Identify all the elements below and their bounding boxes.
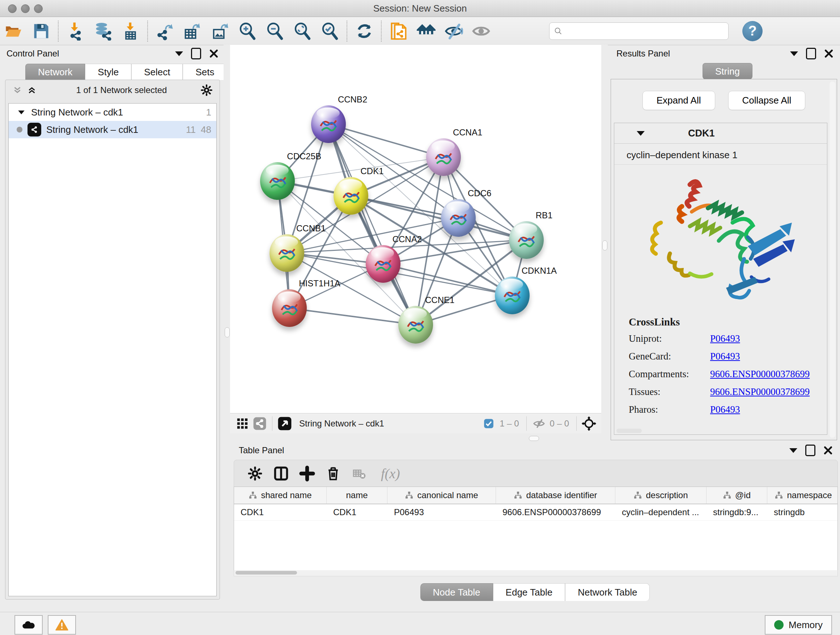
- table-horizontal-scrollbar[interactable]: [234, 570, 838, 576]
- open-button[interactable]: [0, 19, 27, 43]
- network-collection-row[interactable]: String Network – cdk1 1: [9, 103, 216, 121]
- tab-select[interactable]: Select: [131, 64, 183, 80]
- search-input[interactable]: [562, 26, 724, 36]
- collapse-all-icon[interactable]: [12, 85, 23, 96]
- tab-network[interactable]: Network: [25, 64, 85, 80]
- tab-sets[interactable]: Sets: [183, 64, 227, 80]
- table-cell[interactable]: cyclin–dependent ...: [615, 504, 706, 520]
- help-button[interactable]: ?: [742, 21, 763, 41]
- right-splitter[interactable]: [601, 45, 608, 433]
- table-cell[interactable]: CDK1: [234, 504, 327, 520]
- delete-column-button[interactable]: [320, 463, 346, 485]
- table-cell[interactable]: P06493: [387, 504, 496, 520]
- network-node-CCNE1[interactable]: [398, 306, 433, 344]
- import-table-button[interactable]: [117, 19, 144, 43]
- close-panel-icon[interactable]: [824, 49, 834, 58]
- string-document-button[interactable]: [385, 19, 412, 43]
- network-list-icon[interactable]: [251, 416, 268, 432]
- crosslink-value[interactable]: 9606.ENSP00000378699: [710, 386, 810, 397]
- column-header-canonical-name[interactable]: canonical name: [387, 487, 496, 504]
- column-header--id[interactable]: @id: [706, 487, 767, 504]
- table-cell[interactable]: stringdb: [767, 504, 838, 520]
- memory-button[interactable]: Memory: [765, 615, 832, 635]
- network-node-CCNA1[interactable]: [426, 138, 461, 176]
- crosslink-value[interactable]: P06493: [710, 333, 740, 344]
- card-expander-icon[interactable]: [637, 131, 645, 136]
- tab-style[interactable]: Style: [85, 64, 131, 80]
- search-field[interactable]: [549, 22, 729, 40]
- selected-checkbox-icon[interactable]: [480, 416, 497, 432]
- left-splitter[interactable]: [224, 45, 230, 433]
- tab-edge-table[interactable]: Edge Table: [493, 583, 565, 601]
- show-button[interactable]: [467, 19, 495, 43]
- import-network-database-button[interactable]: [89, 19, 117, 43]
- table-cell[interactable]: 9606.ENSP00000378699: [496, 504, 615, 520]
- results-scrollbar-track[interactable]: [829, 81, 835, 438]
- network-canvas[interactable]: CCNB2CCNA1CDC25BCDK1CDC6RB1CCNB1CCNA2CDK…: [230, 45, 601, 413]
- network-node-CCNA2[interactable]: [366, 245, 401, 283]
- table-settings-button[interactable]: [242, 463, 268, 485]
- zoom-out-button[interactable]: [261, 19, 289, 43]
- collapse-all-button[interactable]: Collapse All: [728, 91, 806, 110]
- column-header-name[interactable]: name: [327, 487, 387, 504]
- tree-expander-icon[interactable]: [18, 111, 25, 114]
- export-table-button[interactable]: [179, 19, 206, 43]
- save-button[interactable]: [27, 19, 55, 43]
- expand-all-button[interactable]: Expand All: [643, 91, 715, 110]
- horizontal-splitter-handle[interactable]: [529, 436, 539, 441]
- crosshair-icon[interactable]: [580, 416, 598, 432]
- panel-menu-icon[interactable]: [175, 51, 183, 56]
- network-edge-HIST1H1A-CCNE1[interactable]: [289, 308, 416, 325]
- table-row[interactable]: CDK1CDK1P064939606.ENSP00000378699cyclin…: [234, 504, 837, 521]
- column-header-namespace[interactable]: namespace: [767, 487, 838, 504]
- export-image-button[interactable]: [206, 19, 234, 43]
- crosslink-value[interactable]: P06493: [710, 404, 740, 415]
- column-header-shared-name[interactable]: shared name: [234, 487, 327, 504]
- homes-button[interactable]: [412, 19, 440, 43]
- zoom-fit-button[interactable]: [289, 19, 316, 43]
- cloud-button[interactable]: [14, 615, 43, 635]
- float-panel-icon[interactable]: [805, 445, 815, 456]
- node-table[interactable]: shared namenamecanonical namedatabase id…: [234, 486, 838, 571]
- tab-node-table[interactable]: Node Table: [420, 583, 493, 601]
- network-node-CDC6[interactable]: [441, 199, 476, 237]
- tab-network-table[interactable]: Network Table: [565, 583, 650, 601]
- network-node-RB1[interactable]: [509, 221, 544, 259]
- column-header-database-identifier[interactable]: database identifier: [496, 487, 615, 504]
- network-node-CCNB1[interactable]: [270, 234, 304, 272]
- float-panel-icon[interactable]: [191, 48, 201, 59]
- right-splitter-handle[interactable]: [602, 241, 607, 250]
- tab-string[interactable]: String: [703, 63, 752, 79]
- close-panel-icon[interactable]: [209, 49, 218, 58]
- grid-view-icon[interactable]: [234, 416, 251, 432]
- network-node-CDC25B[interactable]: [260, 162, 295, 200]
- left-splitter-handle[interactable]: [225, 327, 230, 337]
- network-edge-CCNB2-CCNE1[interactable]: [328, 124, 416, 325]
- zoom-in-button[interactable]: [234, 19, 261, 43]
- expand-all-icon[interactable]: [27, 85, 37, 96]
- network-node-CDKN1A[interactable]: [495, 277, 530, 314]
- panel-menu-icon[interactable]: [789, 448, 797, 453]
- table-cell[interactable]: CDK1: [327, 504, 387, 520]
- network-edge-CDK1-RB1[interactable]: [351, 196, 526, 240]
- network-node-CCNB2[interactable]: [311, 105, 346, 143]
- birdseye-icon[interactable]: [276, 416, 294, 432]
- show-columns-button[interactable]: [268, 463, 294, 485]
- column-header-description[interactable]: description: [615, 487, 706, 504]
- warning-button[interactable]: [48, 615, 76, 635]
- import-network-button[interactable]: [62, 19, 89, 43]
- panel-menu-icon[interactable]: [790, 51, 798, 56]
- card-scrollbar[interactable]: [616, 429, 642, 433]
- scrollbar-thumb[interactable]: [235, 571, 297, 575]
- gear-icon[interactable]: [200, 84, 213, 97]
- float-panel-icon[interactable]: [806, 48, 816, 59]
- network-node-CDK1[interactable]: [333, 177, 368, 215]
- export-network-button[interactable]: [151, 19, 179, 43]
- add-column-button[interactable]: [294, 463, 320, 485]
- hide-button[interactable]: [440, 19, 467, 43]
- crosslink-value[interactable]: 9606.ENSP00000378699: [710, 369, 810, 380]
- zoom-selected-button[interactable]: [316, 19, 344, 43]
- hidden-eye-icon[interactable]: [531, 416, 548, 432]
- refresh-button[interactable]: [351, 19, 378, 43]
- table-cell[interactable]: stringdb:9...: [706, 504, 767, 520]
